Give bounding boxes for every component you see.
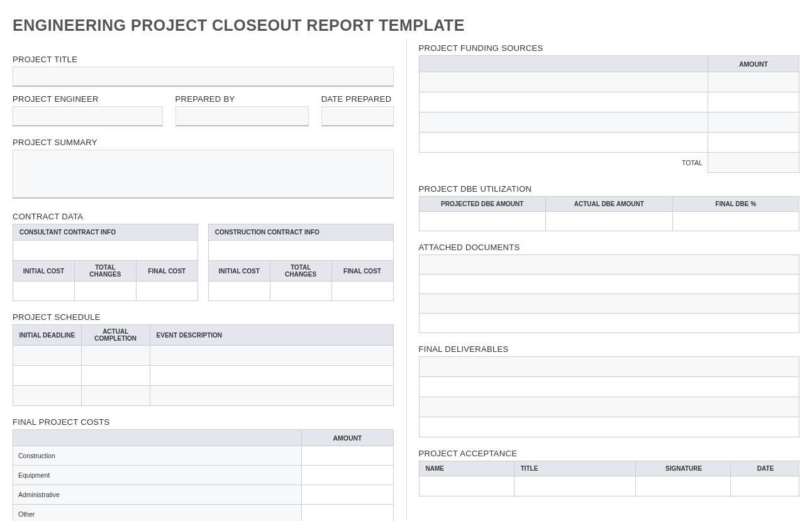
cost-row-label: Construction — [13, 446, 302, 466]
deliverable-cell[interactable] — [419, 417, 799, 437]
funding-amount-cell[interactable] — [708, 133, 799, 153]
schedule-cell[interactable] — [13, 346, 82, 366]
header-actual-completion: ACTUAL COMPLETION — [81, 325, 150, 346]
consultant-final-cost-cell[interactable] — [136, 282, 197, 301]
final-project-costs-table: AMOUNT Construction Equipment Administra… — [13, 429, 394, 521]
label-project-dbe-utilization: PROJECT DBE UTILIZATION — [419, 184, 800, 194]
funding-source-cell[interactable] — [419, 112, 708, 133]
attached-doc-cell[interactable] — [419, 294, 799, 314]
header-final-dbe-pct: FINAL DBE % — [672, 197, 799, 212]
construction-contract-table: CONSTRUCTION CONTRACT INFO INITIAL COST … — [208, 224, 394, 301]
cost-row-label: Other — [13, 505, 302, 522]
construction-contract-info-cell[interactable] — [208, 241, 393, 261]
funding-amount-cell[interactable] — [708, 92, 799, 112]
header-initial-deadline: INITIAL DEADLINE — [13, 325, 82, 346]
cost-amount-cell[interactable] — [302, 485, 393, 505]
dbe-utilization-table: PROJECTED DBE AMOUNT ACTUAL DBE AMOUNT F… — [419, 196, 800, 231]
cost-amount-cell[interactable] — [302, 505, 393, 522]
total-label: TOTAL — [419, 153, 708, 173]
header-event-description: EVENT DESCRIPTION — [150, 325, 393, 346]
acceptance-signature-cell[interactable] — [636, 476, 731, 496]
header-blank — [13, 430, 302, 446]
label-project-engineer: PROJECT ENGINEER — [13, 94, 163, 104]
deliverable-cell[interactable] — [419, 377, 799, 397]
header-initial-cost: INITIAL COST — [208, 261, 270, 282]
final-deliverables-table — [419, 356, 800, 437]
funding-total-cell[interactable] — [708, 153, 799, 173]
header-name: NAME — [419, 461, 514, 476]
header-projected-dbe-amount: PROJECTED DBE AMOUNT — [419, 197, 546, 212]
attached-documents-table — [419, 255, 800, 333]
schedule-cell[interactable] — [81, 366, 150, 386]
schedule-cell[interactable] — [81, 346, 150, 366]
label-attached-documents: ATTACHED DOCUMENTS — [419, 243, 800, 252]
header-actual-dbe-amount: ACTUAL DBE AMOUNT — [546, 197, 673, 212]
final-dbe-pct-cell[interactable] — [672, 212, 799, 231]
cost-amount-cell[interactable] — [302, 446, 393, 466]
header-blank — [419, 56, 708, 72]
label-project-funding-sources: PROJECT FUNDING SOURCES — [419, 43, 800, 53]
consultant-initial-cost-cell[interactable] — [13, 282, 75, 301]
cost-row-label: Administrative — [13, 485, 302, 505]
funding-source-cell[interactable] — [419, 92, 708, 112]
label-project-acceptance: PROJECT ACCEPTANCE — [419, 449, 800, 458]
project-engineer-input[interactable] — [13, 106, 163, 126]
projected-dbe-cell[interactable] — [419, 212, 546, 231]
project-acceptance-table: NAME TITLE SIGNATURE DATE — [419, 461, 800, 496]
actual-dbe-cell[interactable] — [546, 212, 673, 231]
consultant-total-changes-cell[interactable] — [74, 282, 136, 301]
schedule-cell[interactable] — [13, 386, 82, 406]
header-total-changes: TOTAL CHANGES — [270, 261, 331, 282]
label-project-schedule: PROJECT SCHEDULE — [13, 312, 394, 322]
header-construction-contract-info: CONSTRUCTION CONTRACT INFO — [208, 224, 393, 241]
date-prepared-input[interactable] — [321, 106, 394, 126]
label-final-project-costs: FINAL PROJECT COSTS — [13, 417, 394, 427]
header-final-cost: FINAL COST — [136, 261, 197, 282]
deliverable-cell[interactable] — [419, 357, 799, 377]
page-title: ENGINEERING PROJECT CLOSEOUT REPORT TEMP… — [13, 16, 799, 35]
attached-doc-cell[interactable] — [419, 255, 799, 275]
schedule-cell[interactable] — [150, 386, 393, 406]
funding-amount-cell[interactable] — [708, 112, 799, 133]
label-date-prepared: DATE PREPARED — [321, 94, 394, 104]
acceptance-date-cell[interactable] — [731, 476, 799, 496]
header-total-changes: TOTAL CHANGES — [74, 261, 136, 282]
construction-initial-cost-cell[interactable] — [208, 282, 270, 301]
label-contract-data: CONTRACT DATA — [13, 212, 394, 221]
schedule-cell[interactable] — [81, 386, 150, 406]
label-prepared-by: PREPARED BY — [175, 94, 309, 104]
acceptance-name-cell[interactable] — [419, 476, 514, 496]
label-project-title: PROJECT TITLE — [13, 55, 394, 64]
attached-doc-cell[interactable] — [419, 314, 799, 333]
header-amount: AMOUNT — [302, 430, 393, 446]
project-schedule-table: INITIAL DEADLINE ACTUAL COMPLETION EVENT… — [13, 324, 394, 406]
acceptance-title-cell[interactable] — [514, 476, 635, 496]
funding-source-cell[interactable] — [419, 133, 708, 153]
funding-source-cell[interactable] — [419, 72, 708, 92]
consultant-contract-info-cell[interactable] — [13, 241, 198, 261]
column-divider — [406, 39, 407, 521]
deliverable-cell[interactable] — [419, 397, 799, 417]
consultant-contract-table: CONSULTANT CONTRACT INFO INITIAL COST TO… — [13, 224, 198, 301]
schedule-cell[interactable] — [150, 366, 393, 386]
label-final-deliverables: FINAL DELIVERABLES — [419, 344, 800, 354]
header-title: TITLE — [514, 461, 635, 476]
funding-amount-cell[interactable] — [708, 72, 799, 92]
schedule-cell[interactable] — [13, 366, 82, 386]
project-summary-input[interactable] — [13, 150, 394, 199]
prepared-by-input[interactable] — [175, 106, 309, 126]
header-initial-cost: INITIAL COST — [13, 261, 75, 282]
header-amount: AMOUNT — [708, 56, 799, 72]
label-project-summary: PROJECT SUMMARY — [13, 138, 394, 147]
project-title-input[interactable] — [13, 67, 394, 87]
header-signature: SIGNATURE — [636, 461, 731, 476]
attached-doc-cell[interactable] — [419, 275, 799, 294]
header-final-cost: FINAL COST — [331, 261, 393, 282]
header-consultant-contract-info: CONSULTANT CONTRACT INFO — [13, 224, 198, 241]
construction-total-changes-cell[interactable] — [270, 282, 331, 301]
construction-final-cost-cell[interactable] — [331, 282, 393, 301]
header-date: DATE — [731, 461, 799, 476]
cost-amount-cell[interactable] — [302, 466, 393, 485]
cost-row-label: Equipment — [13, 466, 302, 485]
schedule-cell[interactable] — [150, 346, 393, 366]
